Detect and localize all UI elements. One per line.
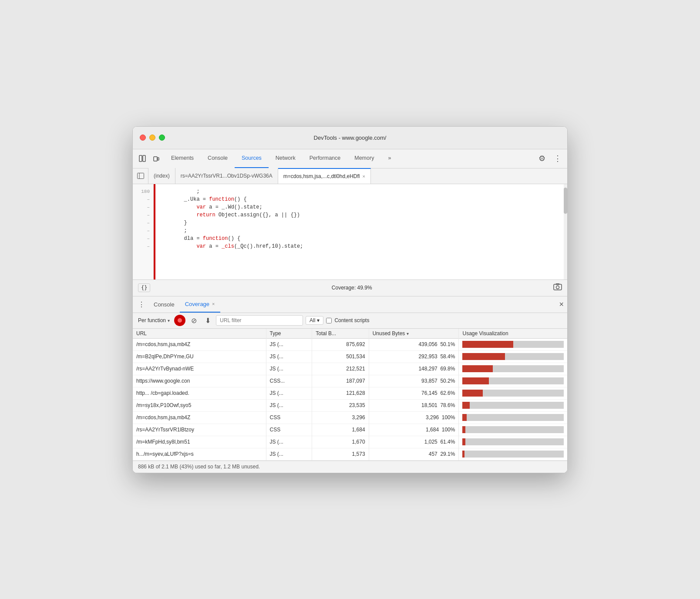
svg-rect-0: [139, 155, 142, 162]
coverage-toolbar: Per function ▾ ⊘ ⬇ All ▾ Content scripts: [133, 313, 567, 329]
clear-button[interactable]: ⊘: [188, 315, 199, 326]
usage-bar: [462, 365, 564, 372]
panel-close-icon[interactable]: ×: [559, 300, 564, 309]
usage-bar-used: [462, 365, 493, 372]
cell-unused: 292,953 58.4%: [369, 350, 459, 363]
cell-url: /m=sy18x,P10Owf,syo5: [133, 399, 266, 411]
cell-url: /rs=AA2YrTssrVR1lBtzoy: [133, 424, 266, 436]
svg-rect-1: [143, 155, 145, 162]
usage-bar-used: [462, 390, 483, 397]
table-row[interactable]: /rs=AA2YrTvBynad-nWE JS (... 212,521 148…: [133, 363, 567, 375]
source-tab-bar: (index) rs=AA2YrTssrVR1...Obv1DSp-vWG36A…: [133, 168, 567, 184]
screenshot-icon[interactable]: [553, 283, 562, 292]
source-tab-m[interactable]: m=cdos,hsm,jsa,...c,dtl0hd,eHDfl ×: [278, 168, 371, 184]
devtools-tabs-right: ⚙ ⋮: [536, 152, 564, 165]
cell-unused: 93,857 50.2%: [369, 375, 459, 387]
cell-url: /m=B2qlPe,DhPYme,GU: [133, 350, 266, 363]
cell-type: CSS...: [266, 375, 312, 387]
panel-menu-icon[interactable]: ⋮: [136, 299, 147, 310]
format-button[interactable]: {}: [138, 283, 150, 292]
tab-sources[interactable]: Sources: [235, 149, 269, 168]
tab-console[interactable]: Console: [201, 149, 235, 168]
device-toolbar-icon[interactable]: [150, 152, 162, 165]
cell-total: 875,692: [312, 338, 369, 350]
content-scripts-checkbox[interactable]: [326, 318, 332, 323]
cell-visualization: [459, 399, 567, 411]
tab-network[interactable]: Network: [269, 149, 303, 168]
table-row[interactable]: /rs=AA2YrTssrVR1lBtzoy CSS 1,684 1,684 1…: [133, 424, 567, 436]
panel-tab-coverage[interactable]: Coverage ×: [180, 296, 220, 313]
cell-type: JS (...: [266, 338, 312, 350]
panel-tab-console[interactable]: Console: [148, 296, 180, 313]
tab-elements[interactable]: Elements: [164, 149, 201, 168]
cell-visualization: [459, 363, 567, 375]
cell-unused: 18,501 78.6%: [369, 399, 459, 411]
table-row[interactable]: /m=cdos,hsm,jsa,mb4Z CSS 3,296 3,296 100…: [133, 411, 567, 424]
panel-tabs-right: ×: [559, 300, 564, 309]
table-row[interactable]: h.../m=syev,aLUfP?xjs=s JS (... 1,573 45…: [133, 448, 567, 460]
usage-bar-used: [462, 402, 469, 409]
coverage-percentage: Coverage: 49.9%: [332, 285, 372, 291]
cell-total: 3,296: [312, 411, 369, 424]
status-text: 886 kB of 2.1 MB (43%) used so far, 1.2 …: [138, 464, 260, 470]
tab-performance[interactable]: Performance: [303, 149, 348, 168]
col-url[interactable]: URL: [133, 329, 266, 339]
usage-bar-used: [462, 353, 505, 360]
usage-bar: [462, 402, 564, 409]
url-filter-input[interactable]: [216, 315, 303, 326]
code-line-2: _.Uka = function() {: [159, 195, 564, 203]
table-row[interactable]: /m=kMFpHd,sy8l,bm51 JS (... 1,670 1,025 …: [133, 436, 567, 448]
all-dropdown[interactable]: All ▾: [306, 316, 323, 325]
col-type[interactable]: Type: [266, 329, 312, 339]
cell-unused: 1,684 100%: [369, 424, 459, 436]
source-tab-close-icon[interactable]: ×: [362, 174, 365, 179]
code-line-4: return Object.assign({}, a || {}): [159, 211, 564, 219]
tab-memory[interactable]: Memory: [347, 149, 381, 168]
usage-bar-used: [462, 341, 513, 348]
svg-rect-4: [137, 173, 144, 179]
cell-visualization: [459, 375, 567, 387]
cell-visualization: [459, 387, 567, 399]
cell-total: 1,573: [312, 448, 369, 460]
table-row[interactable]: /m=sy18x,P10Owf,syo5 JS (... 23,535 18,5…: [133, 399, 567, 411]
cell-type: CSS: [266, 411, 312, 424]
record-button[interactable]: [174, 315, 185, 326]
panel-sidebar-toggle[interactable]: [133, 168, 148, 184]
source-tab-rs[interactable]: rs=AA2YrTssrVR1...Obv1DSp-vWG36A: [175, 168, 278, 184]
status-bar: 886 kB of 2.1 MB (43%) used so far, 1.2 …: [133, 461, 567, 473]
download-button[interactable]: ⬇: [202, 315, 213, 326]
table-row[interactable]: /m=B2qlPe,DhPYme,GU JS (... 501,534 292,…: [133, 350, 567, 363]
scrollbar-thumb[interactable]: [564, 188, 567, 214]
source-tab-index[interactable]: (index): [148, 168, 175, 184]
code-content: ; _.Uka = function() { var a = _.Wd().st…: [155, 184, 564, 279]
more-options-icon[interactable]: ⋮: [552, 152, 564, 165]
minimize-button[interactable]: [149, 135, 155, 141]
cell-url: /m=kMFpHd,sy8l,bm51: [133, 436, 266, 448]
sidebar-toggle-icon[interactable]: [136, 152, 148, 165]
cell-total: 212,521: [312, 363, 369, 375]
table-row[interactable]: http... /cb=gapi.loaded. JS (... 121,628…: [133, 387, 567, 399]
settings-icon[interactable]: ⚙: [536, 152, 548, 165]
usage-bar-used: [462, 377, 488, 384]
cell-unused: 457 29.1%: [369, 448, 459, 460]
cell-visualization: [459, 448, 567, 460]
cell-total: 1,670: [312, 436, 369, 448]
col-total[interactable]: Total B...: [312, 329, 369, 339]
col-unused[interactable]: Unused Bytes ▾: [369, 329, 459, 339]
close-button[interactable]: [140, 135, 146, 141]
record-icon: [178, 318, 182, 323]
per-function-button[interactable]: Per function ▾: [136, 316, 172, 324]
table-row[interactable]: https://www.google.con CSS... 187,097 93…: [133, 375, 567, 387]
per-function-arrow-icon: ▾: [168, 318, 170, 323]
tab-more[interactable]: »: [381, 149, 398, 168]
panel-tab-coverage-close-icon[interactable]: ×: [212, 301, 215, 306]
cell-visualization: [459, 350, 567, 363]
window-title: DevTools - www.google.com/: [314, 135, 387, 141]
scrollbar[interactable]: [564, 184, 567, 279]
cell-type: JS (...: [266, 399, 312, 411]
usage-bar: [462, 438, 564, 445]
cell-visualization: [459, 424, 567, 436]
code-line-6: ;: [159, 227, 564, 235]
maximize-button[interactable]: [159, 135, 165, 141]
table-row[interactable]: /m=cdos,hsm,jsa,mb4Z JS (... 875,692 439…: [133, 338, 567, 350]
